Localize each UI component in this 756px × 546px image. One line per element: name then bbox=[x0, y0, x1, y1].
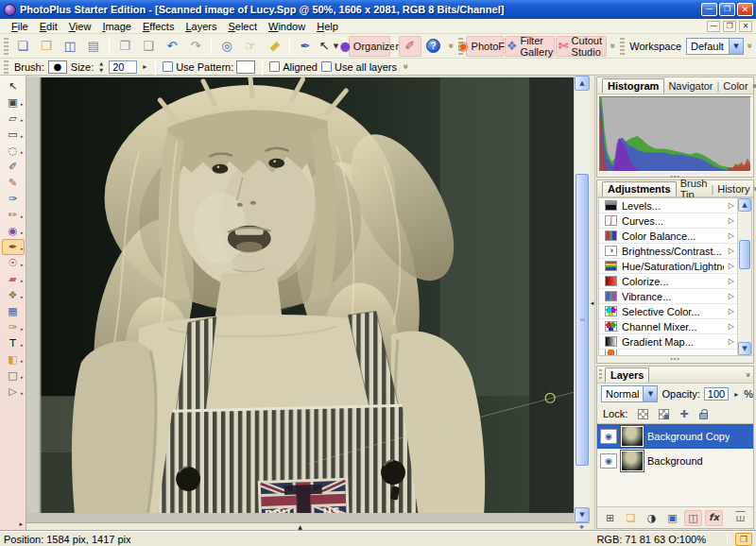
paintbrush-tool[interactable]: ✏▸ bbox=[2, 207, 25, 223]
mdi-minimize-button[interactable]: — bbox=[707, 21, 720, 32]
menu-window[interactable]: Window bbox=[263, 20, 311, 33]
scroll-up-icon[interactable]: ▲ bbox=[575, 76, 590, 91]
cutout-studio-button[interactable]: ✄Cutout Studio bbox=[556, 36, 607, 57]
paste-icon[interactable]: ❑ bbox=[137, 36, 160, 57]
toolbar-overflow-icon[interactable]: » bbox=[608, 43, 618, 48]
scrollbar-thumb[interactable] bbox=[576, 174, 589, 466]
restore-button[interactable]: ❐ bbox=[719, 3, 735, 16]
options-overflow-icon[interactable]: » bbox=[401, 63, 411, 69]
panel-resize-grip[interactable]: ••• bbox=[597, 356, 753, 362]
rect-select-tool[interactable]: ▭▸ bbox=[2, 127, 25, 143]
copy-icon[interactable]: ❐ bbox=[113, 36, 136, 57]
chevron-down-icon[interactable]: ▼ bbox=[729, 39, 743, 54]
toolbar-grip[interactable] bbox=[620, 38, 625, 55]
toolbar-grip[interactable] bbox=[4, 38, 9, 55]
expand-arrow-icon[interactable]: ▷ bbox=[729, 201, 734, 210]
layer-row-background[interactable]: ◉Background bbox=[597, 449, 753, 473]
select-arrow-icon[interactable]: ↖▼ bbox=[318, 36, 340, 57]
undo-icon[interactable]: ↶ bbox=[161, 36, 183, 57]
delete-layer-icon[interactable]: ш bbox=[731, 510, 749, 526]
pen-icon[interactable]: ✒ bbox=[294, 36, 317, 57]
layer-thumbnail[interactable] bbox=[621, 426, 644, 447]
adjustment-item-color-balance[interactable]: Color Balance...▷ bbox=[599, 229, 737, 244]
toolbar-overflow-icon[interactable]: » bbox=[445, 43, 455, 48]
eyedropper-tool[interactable]: ✑ bbox=[2, 191, 25, 207]
lock-all-icon[interactable] bbox=[699, 413, 708, 419]
layer-visibility-eye-icon[interactable]: ◉ bbox=[600, 453, 617, 469]
menu-select[interactable]: Select bbox=[222, 20, 263, 33]
zoom-icon[interactable]: ◎ bbox=[215, 36, 238, 57]
new-document-icon[interactable]: ❏ bbox=[11, 36, 34, 57]
flood-fill-tool[interactable]: ◧▸ bbox=[2, 351, 25, 367]
effects-icon[interactable]: fx bbox=[705, 510, 723, 526]
photo-canvas[interactable]: BRU US bbox=[26, 76, 574, 522]
line-tool[interactable]: ✐ bbox=[2, 159, 25, 175]
expand-arrow-icon[interactable]: ▷ bbox=[729, 307, 734, 316]
tab-adjustments[interactable]: Adjustments bbox=[602, 181, 677, 196]
workspace-select[interactable]: Default▼ bbox=[686, 38, 744, 55]
adjustment-item-hue-saturation-lightness[interactable]: Hue/Saturation/Lightness...▷ bbox=[599, 259, 737, 274]
crop-tool[interactable]: ▱▸ bbox=[2, 111, 25, 127]
size-input[interactable]: 20 bbox=[109, 60, 137, 74]
close-button[interactable]: ✕ bbox=[737, 3, 753, 16]
outline-pen-tool[interactable]: ✑▸ bbox=[2, 319, 25, 335]
adjustment-layer-icon[interactable]: ◑ bbox=[643, 510, 661, 526]
photofix-button[interactable]: ◉PhotoFix bbox=[466, 36, 505, 57]
lock-position-icon[interactable]: ✚ bbox=[679, 409, 688, 419]
tab-histogram[interactable]: Histogram bbox=[602, 78, 664, 94]
expand-arrow-icon[interactable]: ▷ bbox=[729, 247, 734, 255]
adjustment-item-vibrance[interactable]: Vibrance...▷ bbox=[599, 289, 737, 304]
lock-transparency-icon[interactable] bbox=[638, 409, 648, 419]
tab-layers[interactable]: Layers bbox=[605, 367, 649, 383]
size-slider-arrow[interactable]: ▸ bbox=[141, 62, 148, 71]
opacity-slider-arrow[interactable]: ▸ bbox=[732, 390, 740, 399]
expand-arrow-icon[interactable]: ▷ bbox=[729, 262, 734, 270]
menu-help[interactable]: Help bbox=[311, 20, 344, 33]
menu-layers[interactable]: Layers bbox=[180, 20, 222, 33]
shape-tool[interactable]: □▸ bbox=[2, 367, 25, 384]
mdi-restore-button[interactable]: ❐ bbox=[723, 21, 736, 32]
adjustment-item-gradient-map[interactable]: Gradient Map...▷ bbox=[599, 334, 737, 350]
new-layer-icon[interactable]: ⊞ bbox=[601, 510, 619, 526]
scratch-remover-tool[interactable]: ✒▸ bbox=[2, 239, 25, 255]
menu-edit[interactable]: Edit bbox=[34, 20, 63, 33]
toolbox-expand-icon[interactable]: ▸ bbox=[19, 520, 26, 528]
tab-history[interactable]: History bbox=[713, 182, 753, 196]
mask-icon[interactable]: ▣ bbox=[663, 510, 681, 526]
palette-icon[interactable]: ✐ bbox=[399, 36, 421, 57]
histogram-panel-menu-icon[interactable]: » bbox=[749, 83, 756, 89]
adjustment-item-brightness-contrast[interactable]: ◑Brightness/Contrast...▷ bbox=[599, 244, 737, 259]
minimize-button[interactable]: — bbox=[701, 3, 717, 16]
use-all-layers-checkbox[interactable] bbox=[321, 61, 332, 72]
expand-arrow-icon[interactable]: ▷ bbox=[729, 277, 734, 285]
adjustment-item-selective-color[interactable]: Selective Color...▷ bbox=[599, 304, 737, 319]
brush-shape-swatch[interactable]: ● bbox=[48, 60, 67, 74]
mdi-close-button[interactable]: ✕ bbox=[739, 21, 752, 32]
scrollbar-thumb[interactable] bbox=[739, 240, 750, 268]
open-icon[interactable]: ❒ bbox=[35, 36, 58, 57]
pattern-swatch[interactable] bbox=[236, 60, 255, 74]
clone-tool[interactable]: ◉▸ bbox=[2, 223, 25, 239]
expand-arrow-icon[interactable]: ▷ bbox=[729, 322, 734, 331]
lock-image-icon[interactable] bbox=[659, 409, 669, 419]
text-tool[interactable]: T▸ bbox=[2, 335, 25, 351]
adjustments-panel-menu-icon[interactable]: » bbox=[751, 186, 756, 192]
scroll-down-icon[interactable]: ▼ bbox=[738, 342, 751, 355]
expand-arrow-icon[interactable]: ▷ bbox=[729, 231, 734, 240]
new-group-icon[interactable]: ❏ bbox=[622, 510, 640, 526]
size-stepper[interactable]: ▲▼ bbox=[97, 60, 105, 74]
layers-panel-menu-icon[interactable]: » bbox=[744, 372, 753, 378]
eraser-tool[interactable]: ▰▸ bbox=[2, 271, 25, 287]
red-eye-tool[interactable]: ☉▸ bbox=[2, 255, 25, 271]
quick-pan-icon[interactable]: ❖ bbox=[574, 522, 590, 530]
expand-arrow-icon[interactable]: ▷ bbox=[729, 216, 734, 225]
deform-tool[interactable]: ▣▸ bbox=[2, 94, 25, 111]
use-pattern-checkbox[interactable] bbox=[163, 61, 173, 72]
adjustment-item-curves[interactable]: ∫Curves...▷ bbox=[599, 213, 737, 229]
help-button[interactable]: ? bbox=[422, 36, 445, 57]
adjustment-item[interactable] bbox=[599, 350, 737, 355]
airbrush-tool[interactable]: ✎ bbox=[2, 175, 25, 191]
menu-file[interactable]: File bbox=[6, 20, 34, 33]
pan-icon[interactable]: ☞ bbox=[239, 36, 262, 57]
move-tool[interactable]: ↖ bbox=[2, 78, 25, 94]
